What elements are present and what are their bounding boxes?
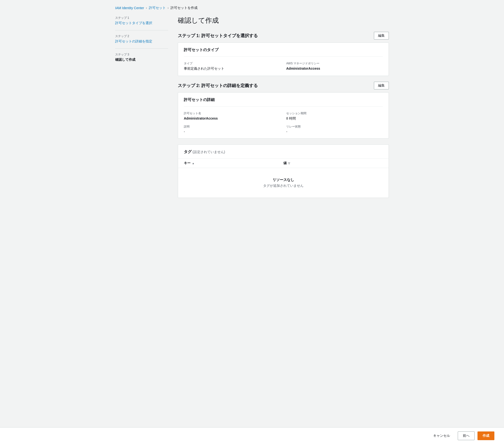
main-content: 確認して作成 ステップ 1: 許可セットタイプを選択する 編集 許可セットのタイ… <box>178 16 389 425</box>
step2-edit-button[interactable]: 編集 <box>374 82 389 90</box>
breadcrumb-current: 許可セットを作成 <box>171 6 198 10</box>
step1-card: 許可セットのタイプ タイプ 事前定義された許可セット AWS マネージドポリシー… <box>178 42 389 76</box>
step2-section-header: ステップ 2: 許可セットの詳細を定義する 編集 <box>178 82 389 90</box>
step2-session-value: 8 時間 <box>286 116 383 121</box>
create-button[interactable]: 作成 <box>478 431 494 440</box>
step1-card-title: 許可セットのタイプ <box>184 48 383 57</box>
breadcrumb-sep1: › <box>146 6 147 10</box>
step2-desc-value: - <box>184 130 280 133</box>
step2-desc-field: 説明 - <box>184 125 280 133</box>
step1-card-grid: タイプ 事前定義された許可セット AWS マネージドポリシー Administr… <box>184 61 383 71</box>
step2-name-label: 許可セット名 <box>184 111 280 115</box>
sidebar-step3: ステップ 3 確認して作成 <box>115 53 168 62</box>
tags-empty-title: リソースなし <box>184 178 383 182</box>
breadcrumb-sep2: › <box>168 6 169 10</box>
sidebar-divider2 <box>115 48 168 49</box>
tags-table-header: キー ▲ 値 ▽ <box>178 159 389 168</box>
tags-col-value-header: 値 ▽ <box>283 161 383 165</box>
sidebar-step3-current: 確認して作成 <box>115 58 135 61</box>
step2-name-value: AdministratorAccess <box>184 116 280 120</box>
tags-table: キー ▲ 値 ▽ リソースなし タグが追加されていません <box>178 159 389 198</box>
step1-section-header: ステップ 1: 許可セットタイプを選択する 編集 <box>178 32 389 39</box>
tags-empty-state: リソースなし タグが追加されていません <box>178 168 389 198</box>
step1-type-field: タイプ 事前定義された許可セット <box>184 61 280 71</box>
step2-relay-label: リレー状態 <box>286 125 383 129</box>
step2-session-field: セッション期間 8 時間 <box>286 111 383 121</box>
step1-policy-field: AWS マネージドポリシー AdministratorAccess <box>286 61 383 71</box>
breadcrumb-permission-sets-link[interactable]: 許可セット <box>149 6 166 10</box>
step2-session-label: セッション期間 <box>286 111 383 115</box>
sidebar-step1: ステップ 1 許可セットタイプを選択 <box>115 16 168 25</box>
step1-edit-button[interactable]: 編集 <box>374 32 389 39</box>
breadcrumb: IAM Identity Center › 許可セット › 許可セットを作成 <box>115 6 389 10</box>
step2-card-grid: 許可セット名 AdministratorAccess セッション期間 8 時間 … <box>184 111 383 133</box>
tags-section: タグ (設定されていません) キー ▲ 値 ▽ <box>178 144 389 198</box>
sidebar-step2-label: ステップ 2 <box>115 34 168 38</box>
sidebar-step3-label: ステップ 3 <box>115 53 168 57</box>
tags-value-label: 値 <box>283 161 287 165</box>
step1-type-value: 事前定義された許可セット <box>184 67 280 71</box>
step1-type-label: タイプ <box>184 61 280 66</box>
step2-relay-value: - <box>286 130 383 133</box>
step2-desc-label: 説明 <box>184 125 280 129</box>
sidebar-step2-link[interactable]: 許可セットの詳細を指定 <box>115 39 168 44</box>
tags-col-key-header: キー ▲ <box>184 161 283 165</box>
breadcrumb-iam-link[interactable]: IAM Identity Center <box>115 6 144 10</box>
page-title: 確認して作成 <box>178 16 389 25</box>
sidebar-step2: ステップ 2 許可セットの詳細を指定 <box>115 34 168 44</box>
previous-button[interactable]: 前へ <box>458 431 475 440</box>
step1-section-title: ステップ 1: 許可セットタイプを選択する <box>178 33 258 38</box>
sidebar-step1-link[interactable]: 許可セットタイプを選択 <box>115 21 168 25</box>
step1-section: ステップ 1: 許可セットタイプを選択する 編集 許可セットのタイプ タイプ 事… <box>178 32 389 76</box>
step2-relay-field: リレー状態 - <box>286 125 383 133</box>
step2-card: 許可セットの詳細 許可セット名 AdministratorAccess セッショ… <box>178 92 389 139</box>
step2-section-title: ステップ 2: 許可セットの詳細を定義する <box>178 83 258 89</box>
footer: キャンセル 前へ 作成 <box>0 427 504 444</box>
cancel-button[interactable]: キャンセル <box>428 432 455 440</box>
tags-value-sort-icon[interactable]: ▽ <box>288 162 290 165</box>
tags-key-label: キー <box>184 161 191 165</box>
tags-card: タグ (設定されていません) キー ▲ 値 ▽ <box>178 144 389 198</box>
sidebar-divider1 <box>115 30 168 30</box>
step2-section: ステップ 2: 許可セットの詳細を定義する 編集 許可セットの詳細 許可セット名… <box>178 82 389 139</box>
step1-policy-value: AdministratorAccess <box>286 67 383 70</box>
tags-card-header: タグ (設定されていません) <box>178 145 389 159</box>
tags-empty-subtitle: タグが追加されていません <box>184 184 383 188</box>
step2-card-title: 許可セットの詳細 <box>184 97 383 107</box>
tags-subtitle: (設定されていません) <box>192 150 225 154</box>
step1-policy-label: AWS マネージドポリシー <box>286 61 383 66</box>
tags-title: タグ <box>184 150 192 154</box>
sidebar-step1-label: ステップ 1 <box>115 16 168 20</box>
sidebar: ステップ 1 許可セットタイプを選択 ステップ 2 許可セットの詳細を指定 ステ… <box>115 16 168 425</box>
step2-name-field: 許可セット名 AdministratorAccess <box>184 111 280 121</box>
tags-key-sort-icon[interactable]: ▲ <box>192 162 194 165</box>
